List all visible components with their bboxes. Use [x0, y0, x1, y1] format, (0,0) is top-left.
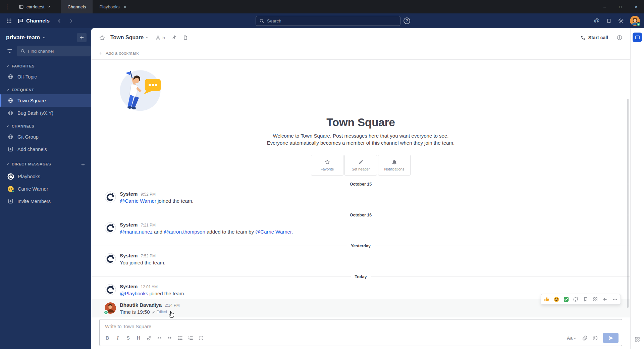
- search-input[interactable]: [267, 18, 397, 23]
- section-favorites[interactable]: FAVORITES: [0, 59, 91, 70]
- pinned-posts-icon[interactable]: [169, 32, 179, 43]
- message-row[interactable]: System7:52 PM You joined the team.: [91, 250, 630, 268]
- channel-name: Add channels: [17, 147, 47, 152]
- help-icon[interactable]: ?: [401, 15, 413, 26]
- sidebar-item-invite-members[interactable]: Invite Members: [0, 195, 91, 207]
- bold-glyph: B: [106, 335, 109, 341]
- apps-grid-icon[interactable]: [633, 335, 642, 344]
- mention-link[interactable]: @aaron.thompson: [164, 229, 205, 235]
- sidebar-item-town-square[interactable]: Town Square: [0, 94, 91, 107]
- mention-link[interactable]: @Carrie Warner: [120, 198, 156, 204]
- star-icon: [324, 159, 330, 165]
- message-input[interactable]: [100, 319, 622, 330]
- history-forward-icon[interactable]: [66, 15, 77, 26]
- system-avatar: [105, 284, 116, 295]
- team-menu[interactable]: private-team: [0, 32, 91, 46]
- send-message-button[interactable]: [603, 333, 619, 343]
- channel-name-menu[interactable]: Town Square: [108, 35, 152, 41]
- heading-button[interactable]: H: [133, 333, 144, 343]
- quote-icon[interactable]: [165, 333, 175, 343]
- favorite-star-icon[interactable]: [97, 32, 107, 43]
- intro-favorite-button[interactable]: Favorite: [311, 155, 343, 176]
- scrollbar[interactable]: [627, 99, 629, 308]
- message-composer: B I S H Aa: [99, 319, 622, 346]
- reaction-check-button[interactable]: [561, 295, 571, 304]
- sidebar-item-add-channels[interactable]: Add channels: [0, 143, 91, 155]
- message-author[interactable]: System: [120, 253, 138, 258]
- sidebar-item-playbooks-dm[interactable]: Playbooks: [0, 170, 91, 183]
- sidebar-item-bug-bash[interactable]: Bug Bash (vX.Y): [0, 107, 91, 119]
- maximize-button[interactable]: □: [612, 0, 628, 13]
- add-channel-button[interactable]: [77, 33, 87, 42]
- online-status-icon: [636, 22, 641, 27]
- message-row[interactable]: System7:21 PM @maria.nunez and @aaron.th…: [91, 219, 630, 237]
- reaction-smile-button[interactable]: [552, 295, 561, 304]
- emoji-picker-icon[interactable]: [590, 333, 600, 343]
- message-author[interactable]: System: [120, 284, 138, 289]
- search-box[interactable]: [256, 16, 400, 26]
- message-text: @Playbooks joined the team.: [120, 290, 185, 297]
- history-back-icon[interactable]: [54, 15, 65, 26]
- message-segment: .: [291, 229, 293, 235]
- bullet-list-icon[interactable]: [175, 333, 185, 343]
- channel-members-button[interactable]: 5: [152, 35, 168, 40]
- format-toggle-button[interactable]: Aa: [564, 333, 579, 343]
- message-actions-grid-icon[interactable]: [591, 295, 600, 304]
- intro-set-header-button[interactable]: Set header: [344, 155, 377, 176]
- add-direct-message-icon[interactable]: [79, 160, 87, 168]
- product-switcher-icon[interactable]: [3, 15, 15, 26]
- section-label: FAVORITES: [12, 64, 35, 68]
- find-channel-input[interactable]: [28, 49, 87, 54]
- numbered-list-icon[interactable]: [185, 333, 196, 343]
- app-menu-icon[interactable]: ⋮: [0, 0, 14, 13]
- minimize-button[interactable]: –: [597, 0, 612, 13]
- mention-link[interactable]: @Carrie Warner: [255, 229, 291, 235]
- message-row-hovered[interactable]: Bhautik Bavadiya2:14 PM Time is 19:50Edi…: [91, 299, 630, 317]
- bhautik-avatar[interactable]: [105, 302, 116, 314]
- mention-link[interactable]: @Playbooks: [120, 291, 148, 296]
- close-window-button[interactable]: ×: [628, 0, 644, 13]
- user-avatar[interactable]: [630, 16, 640, 26]
- section-direct-messages[interactable]: DIRECT MESSAGES: [0, 155, 91, 170]
- date-label: October 16: [346, 213, 376, 217]
- find-channel-box[interactable]: [17, 46, 91, 56]
- sidebar-item-off-topic[interactable]: Off-Topic: [0, 70, 91, 83]
- reaction-thumbsup-button[interactable]: [542, 295, 551, 304]
- close-tab-icon[interactable]: ×: [123, 4, 126, 9]
- channel-info-icon[interactable]: [614, 32, 625, 43]
- mention-link[interactable]: @maria.nunez: [120, 229, 153, 235]
- more-actions-icon[interactable]: [610, 295, 620, 304]
- message-author[interactable]: System: [120, 222, 138, 228]
- add-reaction-icon[interactable]: [571, 295, 581, 304]
- sidebar-item-git-group[interactable]: Git Group: [0, 131, 91, 143]
- add-bookmark-button[interactable]: Add a bookmark: [91, 47, 630, 60]
- recent-mentions-icon[interactable]: @: [591, 15, 602, 26]
- intro-notifications-button[interactable]: Notifications: [378, 155, 411, 176]
- message-author[interactable]: Bhautik Bavadiya: [120, 302, 162, 308]
- save-message-icon[interactable]: [581, 295, 590, 304]
- sidebar-item-carrie-warner[interactable]: Carrie Warner: [0, 183, 91, 195]
- system-avatar: [105, 222, 116, 234]
- bold-button[interactable]: B: [102, 333, 112, 343]
- strikethrough-button[interactable]: S: [123, 333, 133, 343]
- saved-messages-icon[interactable]: [603, 15, 614, 26]
- channel-files-icon[interactable]: [180, 32, 191, 43]
- tab-playbooks[interactable]: Playbooks ×: [93, 0, 133, 13]
- active-rhs-app-icon[interactable]: [633, 33, 642, 42]
- section-channels[interactable]: CHANNELS: [0, 119, 91, 131]
- message-text: Time is 19:50Edited: [120, 308, 180, 315]
- section-frequent[interactable]: FREQUENT: [0, 83, 91, 94]
- server-switcher[interactable]: carrietest: [14, 0, 55, 13]
- filter-icon[interactable]: [7, 48, 13, 54]
- italic-button[interactable]: I: [113, 333, 123, 343]
- message-row[interactable]: System9:52 PM @Carrie Warner joined the …: [91, 188, 630, 206]
- message-author[interactable]: System: [120, 191, 138, 197]
- start-call-button[interactable]: Start call: [577, 33, 611, 42]
- tab-channels[interactable]: Channels: [61, 0, 93, 13]
- link-icon[interactable]: [144, 333, 154, 343]
- attach-file-icon[interactable]: [580, 333, 590, 343]
- formatting-help-icon[interactable]: [196, 333, 206, 343]
- settings-gear-icon[interactable]: [615, 15, 627, 26]
- code-icon[interactable]: [154, 333, 164, 343]
- reply-icon[interactable]: [600, 295, 610, 304]
